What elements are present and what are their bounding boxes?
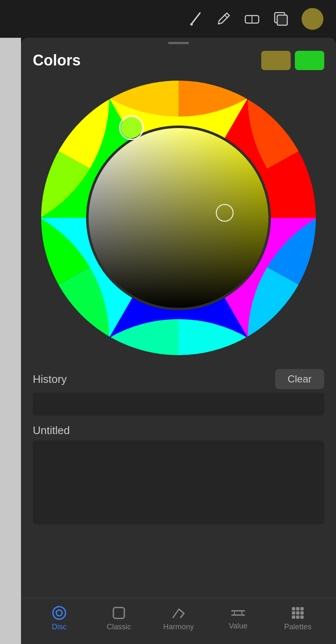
panel-title: Colors	[33, 52, 81, 69]
tab-harmony-label: Harmony	[163, 623, 194, 631]
inner-disc[interactable]	[88, 127, 269, 309]
pen-icon[interactable]	[216, 11, 231, 26]
svg-rect-28	[292, 615, 295, 619]
palettes-icon	[291, 606, 305, 620]
svg-line-15	[173, 609, 179, 618]
svg-rect-23	[296, 607, 299, 610]
color-wheel-svg[interactable]	[40, 79, 317, 356]
disc-icon	[52, 606, 66, 620]
value-icon	[230, 607, 246, 619]
drag-handle[interactable]	[168, 42, 189, 44]
tab-bar: Disc Classic Harmony	[21, 598, 336, 644]
tab-value[interactable]: Value	[217, 607, 259, 631]
canvas-area	[0, 38, 21, 644]
history-header: History Clear	[33, 369, 324, 389]
untitled-label: Untitled	[33, 424, 324, 437]
svg-line-17	[181, 613, 184, 618]
svg-rect-22	[292, 607, 295, 610]
color-panel: Colors	[21, 38, 336, 644]
svg-rect-6	[277, 15, 287, 25]
panel-header: Colors	[21, 47, 336, 75]
tab-disc-label: Disc	[52, 623, 67, 631]
layers-icon[interactable]	[273, 11, 289, 27]
tab-classic[interactable]: Classic	[98, 606, 140, 631]
svg-line-16	[179, 609, 184, 613]
clear-button[interactable]: Clear	[275, 369, 324, 389]
svg-rect-14	[113, 607, 124, 618]
current-color-dot[interactable]	[302, 8, 323, 30]
svg-line-2	[224, 15, 228, 18]
untitled-palette-area	[33, 440, 324, 524]
history-area	[33, 393, 324, 416]
svg-rect-30	[300, 615, 304, 619]
svg-point-1	[190, 23, 193, 26]
tab-palettes-label: Palettes	[284, 623, 311, 631]
svg-rect-29	[296, 615, 299, 619]
svg-line-0	[192, 13, 200, 24]
classic-icon	[112, 606, 126, 620]
harmony-icon	[171, 606, 186, 620]
secondary-color-swatch[interactable]	[295, 51, 324, 70]
color-wheel-container[interactable]	[21, 75, 336, 365]
tab-disc[interactable]: Disc	[38, 606, 80, 631]
primary-color-swatch[interactable]	[261, 51, 291, 70]
brush-icon[interactable]	[188, 11, 203, 26]
tab-value-label: Value	[229, 622, 248, 631]
tab-palettes[interactable]: Palettes	[277, 606, 319, 631]
svg-rect-26	[296, 611, 299, 615]
history-section: History Clear	[21, 365, 336, 420]
svg-rect-25	[292, 611, 295, 615]
tab-classic-label: Classic	[107, 623, 131, 631]
svg-rect-27	[300, 611, 304, 615]
untitled-section: Untitled	[21, 420, 336, 598]
svg-point-12	[53, 607, 66, 619]
eraser-icon[interactable]	[244, 11, 260, 26]
hue-handle-fill	[121, 117, 142, 138]
color-swatches	[261, 51, 324, 70]
toolbar	[0, 0, 336, 38]
history-label: History	[33, 373, 67, 386]
tab-harmony[interactable]: Harmony	[158, 606, 200, 631]
svg-rect-11	[88, 127, 269, 309]
svg-rect-24	[300, 607, 304, 610]
svg-point-13	[56, 610, 62, 616]
